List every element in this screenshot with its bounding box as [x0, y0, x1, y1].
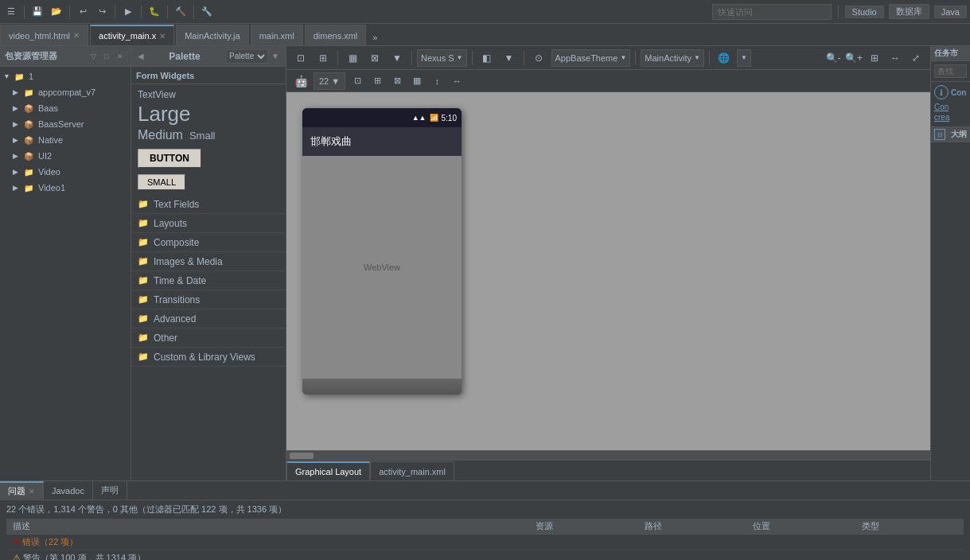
api-dropdown[interactable]: 22 ▼	[314, 72, 345, 90]
tab-activity-main-close[interactable]: ✕	[159, 32, 166, 41]
outline-icon: ⊟	[934, 129, 945, 140]
show-bounds-icon[interactable]: ⊠	[365, 49, 384, 68]
zoom-100-icon[interactable]: ⤢	[906, 49, 925, 68]
undo-icon[interactable]: ↩	[75, 4, 91, 20]
palette-panel: ◀ Palette Palette ▼ Form Widgets	[131, 46, 286, 480]
app-menu-icon[interactable]: ☰	[3, 4, 19, 20]
theme-dropdown[interactable]: AppBaseTheme ▼	[551, 49, 631, 67]
panel-minimize-btn[interactable]: ▽	[88, 51, 99, 62]
zoom-out-icon[interactable]: 🔍-	[824, 49, 843, 68]
category-advanced[interactable]: 📁 Advanced	[131, 309, 286, 329]
palette-dropdown[interactable]: Palette	[225, 49, 268, 64]
tab-dimens-xml[interactable]: dimens.xml	[305, 25, 367, 45]
api-icon-6[interactable]: ↔	[448, 72, 466, 90]
canvas-hscrollbar[interactable]	[286, 450, 930, 460]
palette-scroll[interactable]: TextView Large Medium Small BUTTON SMALL…	[131, 84, 286, 480]
panel-close-btn[interactable]: ✕	[115, 51, 126, 62]
warning-desc-text: 警告（第 100 项，共 1314 项）	[23, 553, 146, 560]
tree-item-video1[interactable]: ▶ 📁 Video1	[0, 180, 131, 196]
col-description[interactable]: 描述	[6, 519, 529, 535]
build-icon[interactable]: 🔨	[173, 4, 189, 20]
tree-item-appcompat[interactable]: ▶ 📁 appcompat_v7	[0, 84, 131, 100]
show-layout-icon[interactable]: ▦	[343, 49, 362, 68]
portrait-icon[interactable]: ◧	[477, 49, 497, 68]
signal-icon: 📶	[430, 114, 438, 122]
folder-icon-video: 📁	[22, 165, 35, 178]
tree-item-baasserver[interactable]: ▶ 📦 BaasServer	[0, 116, 131, 132]
hscroll-thumb	[290, 453, 314, 459]
api-icon-5[interactable]: ↕	[428, 72, 446, 90]
run-icon[interactable]: ▶	[120, 4, 136, 20]
zoom-in-icon[interactable]: 🔍+	[844, 49, 863, 68]
api-icon-4[interactable]: ▦	[408, 72, 426, 90]
palette-nav-back[interactable]: ◀	[138, 52, 144, 60]
tab-video-html[interactable]: video_html.html ✕	[0, 25, 88, 45]
con-link-1[interactable]: Con	[934, 103, 967, 111]
error-location	[746, 535, 855, 550]
tab-activity-main-label: activity_main.x	[99, 31, 156, 41]
api-icon-1[interactable]: ⊡	[349, 72, 366, 90]
bp-issues-close[interactable]: ✕	[29, 488, 35, 496]
col-location[interactable]: 位置	[746, 519, 855, 535]
category-transitions[interactable]: 📁 Transitions	[131, 290, 286, 309]
category-advanced-label: Advanced	[154, 313, 196, 325]
palette-sub-header: Form Widgets	[131, 67, 286, 84]
redo-icon[interactable]: ↪	[94, 4, 110, 20]
locale-dropdown[interactable]: ▼	[737, 49, 751, 67]
device-dropdown[interactable]: Nexus S ▼	[417, 49, 467, 67]
tree-item-native[interactable]: ▶ 📦 Native	[0, 132, 131, 148]
bp-tab-issues[interactable]: 问题 ✕	[0, 481, 44, 500]
tab-activity-main[interactable]: activity_main.x ✕	[90, 25, 174, 45]
tree-item-ui2[interactable]: ▶ 📦 UI2	[0, 148, 131, 164]
panel-maximize-btn[interactable]: □	[101, 51, 112, 62]
category-other[interactable]: 📁 Other	[131, 329, 286, 348]
palette-settings-btn[interactable]: ▼	[271, 52, 279, 60]
theme-icon[interactable]: ⊙	[529, 49, 548, 68]
open-icon[interactable]: 📂	[49, 4, 64, 20]
save-icon[interactable]: 💾	[29, 4, 45, 20]
api-icon-3[interactable]: ⊠	[388, 72, 406, 90]
api-level-label: 22	[319, 76, 329, 86]
tab-activity-main-xml[interactable]: activity_main.xml	[370, 461, 454, 480]
zoom-fit-canvas-icon[interactable]: ↔	[886, 49, 905, 68]
outline-title: 大纲	[951, 129, 967, 140]
design-sep-5	[635, 51, 636, 65]
widget-small-btn[interactable]: SMALL	[138, 174, 185, 190]
tab-video-html-close[interactable]: ✕	[73, 31, 80, 40]
category-time-date[interactable]: 📁 Time & Date	[131, 271, 286, 290]
api-row: 🤖 22 ▼ ⊡ ⊞ ⊠ ▦ ↕ ↔	[286, 70, 930, 92]
zoom-actual-icon[interactable]: ⊞	[865, 49, 884, 68]
locale-icon[interactable]: 🌐	[715, 49, 734, 68]
activity-dropdown[interactable]: MainActivity ▼	[641, 49, 704, 67]
show-bounds-btn[interactable]: ▼	[388, 49, 407, 68]
canvas-area[interactable]: ▲▲ 📶 5:10 邯郸戏曲 WebView	[286, 92, 930, 450]
right-search-input[interactable]	[934, 64, 967, 78]
layout-icon[interactable]: ⊞	[314, 49, 333, 68]
category-images-media[interactable]: 📁 Images & Media	[131, 252, 286, 271]
tree-item-1[interactable]: ▼ 📁 1	[0, 68, 131, 84]
tree-item-video[interactable]: ▶ 📁 Video	[0, 164, 131, 180]
category-composite[interactable]: 📁 Composite	[131, 233, 286, 252]
debug-icon[interactable]: 🐛	[146, 4, 162, 20]
col-type[interactable]: 类型	[855, 519, 964, 535]
category-custom-library[interactable]: 📁 Custom & Library Views	[131, 348, 286, 367]
category-text-fields[interactable]: 📁 Text Fields	[131, 195, 286, 214]
landscape-icon[interactable]: ▼	[500, 49, 519, 68]
col-path[interactable]: 路径	[638, 519, 746, 535]
bp-tab-declaration[interactable]: 声明	[93, 481, 127, 500]
tab-graphical-layout[interactable]: Graphical Layout	[286, 461, 370, 480]
tab-main-xml[interactable]: main.xml	[251, 25, 303, 45]
widget-button[interactable]: BUTTON	[138, 149, 201, 168]
category-layouts[interactable]: 📁 Layouts	[131, 214, 286, 233]
api-icon-2[interactable]: ⊞	[368, 72, 386, 90]
col-resource[interactable]: 资源	[529, 519, 637, 535]
quick-access-input[interactable]	[712, 4, 832, 20]
tab-mainactivity[interactable]: MainActivity.ja	[176, 25, 248, 45]
tab-overflow[interactable]: »	[368, 29, 382, 45]
con-link-2[interactable]: crea	[934, 113, 967, 122]
table-row-warnings: ⚠ 警告（第 100 项，共 1314 项）	[6, 550, 964, 561]
zoom-fit-icon[interactable]: ⊡	[291, 49, 310, 68]
tools-icon[interactable]: 🔧	[199, 4, 215, 20]
tree-item-baas[interactable]: ▶ 📦 Baas	[0, 100, 131, 116]
bp-tab-javadoc[interactable]: Javadoc	[44, 481, 93, 500]
